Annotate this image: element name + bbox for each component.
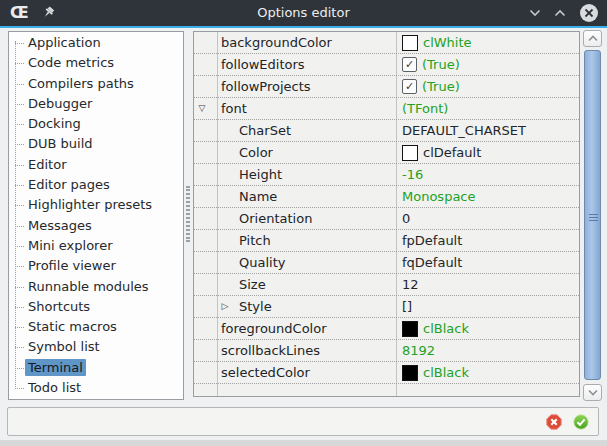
- row-backgroundColor[interactable]: backgroundColor clWhite: [194, 32, 579, 54]
- splitter[interactable]: [185, 31, 193, 400]
- scrollbar-grip-icon: [589, 214, 598, 223]
- sidebar-item-static-macros[interactable]: Static macros: [9, 317, 183, 337]
- checkbox-checked[interactable]: ✓: [402, 57, 417, 72]
- row-font[interactable]: ▽ font (TFont): [194, 98, 579, 120]
- row-scrollbackLines[interactable]: scrollbackLines 8192: [194, 340, 579, 362]
- category-list[interactable]: Application Code metrics Compilers paths…: [8, 31, 184, 400]
- property-name: Quality: [239, 252, 285, 273]
- property-name: Style: [239, 296, 272, 317]
- checkbox-checked[interactable]: ✓: [402, 79, 417, 94]
- property-name: selectedColor: [221, 362, 310, 383]
- sidebar-item-shortcuts[interactable]: Shortcuts: [9, 297, 183, 317]
- property-name: Height: [239, 164, 282, 185]
- row-Size[interactable]: Size 12: [194, 274, 579, 296]
- property-name: Pitch: [239, 230, 271, 251]
- dialog-body: Application Code metrics Compilers paths…: [0, 28, 607, 440]
- footer-bar: [7, 407, 599, 436]
- property-name: followEditors: [221, 54, 305, 75]
- property-value[interactable]: Monospace: [397, 186, 579, 207]
- sidebar-item-docking[interactable]: Docking: [9, 114, 183, 134]
- sidebar-item-profile-viewer[interactable]: Profile viewer: [9, 256, 183, 276]
- shade-chevron-down-icon[interactable]: [529, 8, 541, 18]
- property-value[interactable]: 0: [397, 208, 579, 229]
- property-value[interactable]: fpDefault: [397, 230, 579, 251]
- accept-button[interactable]: [573, 414, 589, 430]
- row-Style[interactable]: ▷ Style []: [194, 296, 579, 318]
- property-name: Orientation: [239, 208, 312, 229]
- row-CharSet[interactable]: CharSet DEFAULT_CHARSET: [194, 120, 579, 142]
- titlebar[interactable]: Œ Options editor: [0, 0, 607, 28]
- property-value[interactable]: 8192: [397, 340, 579, 361]
- window-title: Options editor: [0, 0, 607, 26]
- color-swatch-white: [402, 35, 418, 51]
- row-foregroundColor[interactable]: foregroundColor clBlack: [194, 318, 579, 340]
- row-Orientation[interactable]: Orientation 0: [194, 208, 579, 230]
- scrollbar-thumb[interactable]: [584, 50, 601, 380]
- scroll-up-icon[interactable]: [583, 30, 602, 47]
- splitter-grip-icon: [186, 186, 190, 242]
- sidebar-item-application[interactable]: Application: [9, 33, 183, 53]
- property-name: foregroundColor: [221, 318, 327, 339]
- unshade-chevron-up-icon[interactable]: [554, 8, 566, 18]
- row-Color[interactable]: Color clDefault: [194, 142, 579, 164]
- close-circle-x-icon[interactable]: [579, 3, 599, 23]
- sidebar-item-code-metrics[interactable]: Code metrics: [9, 53, 183, 73]
- property-value[interactable]: ✓ (True): [397, 54, 579, 75]
- sidebar-item-mini-explorer[interactable]: Mini explorer: [9, 236, 183, 256]
- row-followEditors[interactable]: followEditors ✓ (True): [194, 54, 579, 76]
- property-value[interactable]: clBlack: [397, 362, 579, 383]
- property-name: Color: [239, 142, 273, 163]
- property-value[interactable]: fqDefault: [397, 252, 579, 273]
- property-name: font: [221, 98, 247, 119]
- row-Pitch[interactable]: Pitch fpDefault: [194, 230, 579, 252]
- color-swatch-black: [402, 365, 418, 381]
- color-swatch-white: [402, 145, 418, 161]
- property-value[interactable]: -16: [397, 164, 579, 185]
- sidebar-item-todo-list[interactable]: Todo list: [9, 378, 183, 398]
- sidebar-item-terminal[interactable]: Terminal: [9, 358, 183, 378]
- property-value[interactable]: DEFAULT_CHARSET: [397, 120, 579, 141]
- row-Name[interactable]: Name Monospace: [194, 186, 579, 208]
- scroll-down-icon[interactable]: [583, 384, 602, 401]
- sidebar-item-compilers-paths[interactable]: Compilers paths: [9, 74, 183, 94]
- property-value[interactable]: clDefault: [397, 142, 579, 163]
- expander-collapsed-icon[interactable]: ▷: [218, 296, 232, 317]
- sidebar-item-runnable-modules[interactable]: Runnable modules: [9, 277, 183, 297]
- sidebar-item-editor[interactable]: Editor: [9, 155, 183, 175]
- sidebar-item-highlighter-presets[interactable]: Highlighter presets: [9, 195, 183, 215]
- property-name: CharSet: [239, 120, 291, 141]
- row-Quality[interactable]: Quality fqDefault: [194, 252, 579, 274]
- row-followProjects[interactable]: followProjects ✓ (True): [194, 76, 579, 98]
- grid-scrollbar[interactable]: [583, 30, 602, 404]
- property-name: Name: [239, 186, 277, 207]
- row-Height[interactable]: Height -16: [194, 164, 579, 186]
- property-name: Size: [239, 274, 266, 295]
- sidebar-item-editor-pages[interactable]: Editor pages: [9, 175, 183, 195]
- property-value[interactable]: clWhite: [397, 32, 579, 53]
- sidebar-item-debugger[interactable]: Debugger: [9, 94, 183, 114]
- property-value[interactable]: []: [397, 296, 579, 317]
- sidebar-item-dub-build[interactable]: DUB build: [9, 134, 183, 154]
- property-value[interactable]: ✓ (True): [397, 76, 579, 97]
- sidebar-item-messages[interactable]: Messages: [9, 216, 183, 236]
- cancel-button[interactable]: [546, 414, 562, 430]
- property-name: scrollbackLines: [221, 340, 320, 361]
- expander-open-icon[interactable]: ▽: [195, 98, 209, 119]
- property-name: backgroundColor: [221, 32, 332, 53]
- property-grid[interactable]: backgroundColor clWhite followEditors ✓ …: [193, 31, 580, 397]
- property-value[interactable]: (TFont): [397, 98, 579, 119]
- sidebar-item-symbol-list[interactable]: Symbol list: [9, 337, 183, 357]
- property-value[interactable]: clBlack: [397, 318, 579, 339]
- property-name: followProjects: [221, 76, 311, 97]
- row-selectedColor[interactable]: selectedColor clBlack: [194, 362, 579, 384]
- color-swatch-black: [402, 321, 418, 337]
- property-value[interactable]: 12: [397, 274, 579, 295]
